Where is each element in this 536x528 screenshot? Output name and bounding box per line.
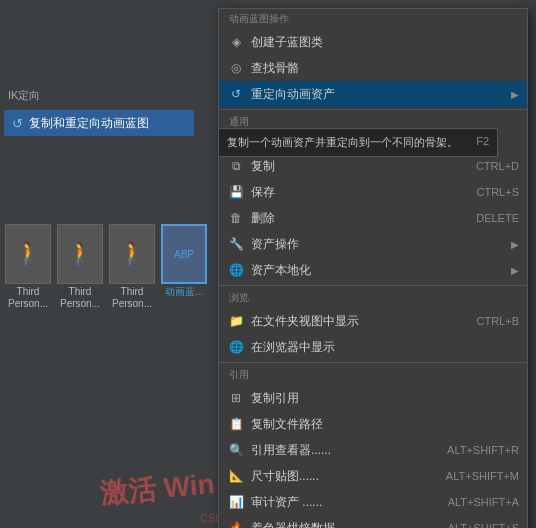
- menu-item-save[interactable]: 💾 保存 CTRL+S: [219, 179, 527, 205]
- figure-icon-1: 🚶: [15, 241, 42, 267]
- tooltip-box: 复制一个动画资产并重定向到一个不同的骨架。 F2: [218, 128, 498, 157]
- menu-item-size-map[interactable]: 📐 尺寸贴图...... ALT+SHIFT+M: [219, 463, 527, 489]
- thumb-item-3[interactable]: 🚶 ThirdPerson...: [108, 224, 156, 310]
- ref-viewer-icon: 🔍: [227, 441, 245, 459]
- asset-actions-icon: 🔧: [227, 235, 245, 253]
- separator-2: [219, 285, 527, 286]
- thumb-box-1[interactable]: 🚶: [5, 224, 51, 284]
- asset-localization-label: 资产本地化: [251, 262, 507, 279]
- show-in-folder-icon: 📁: [227, 312, 245, 330]
- bake-shader-icon: 🔥: [227, 519, 245, 528]
- size-map-label: 尺寸贴图......: [251, 468, 438, 485]
- retarget-arrow-icon: ▶: [511, 89, 519, 100]
- retarget-anim-asset-icon: ↺: [227, 85, 245, 103]
- menu-item-audit-asset[interactable]: 📊 审计资产 ...... ALT+SHIFT+A: [219, 489, 527, 515]
- menu-item-find-skeleton[interactable]: ◎ 查找骨骼: [219, 55, 527, 81]
- menu-item-show-in-folder[interactable]: 📁 在文件夹视图中显示 CTRL+B: [219, 308, 527, 334]
- copy-ref-icon: ⊞: [227, 389, 245, 407]
- audit-asset-icon: 📊: [227, 493, 245, 511]
- retarget-anim-asset-label: 重定向动画资产: [251, 86, 507, 103]
- menu-item-asset-localization[interactable]: 🌐 资产本地化 ▶: [219, 257, 527, 283]
- separator-3: [219, 362, 527, 363]
- figure-icon-2: 🚶: [67, 241, 94, 267]
- find-skeleton-label: 查找骨骼: [251, 60, 519, 77]
- blue-bar: ↺ 复制和重定向动画蓝图: [4, 110, 194, 136]
- thumb-item-1[interactable]: 🚶 ThirdPerson...: [4, 224, 52, 310]
- show-in-folder-label: 在文件夹视图中显示: [251, 313, 469, 330]
- menu-item-copy-ref[interactable]: ⊞ 复制引用: [219, 385, 527, 411]
- section4-header: 引用: [219, 365, 527, 385]
- bake-shader-label: 着色器烘焙数据...: [251, 520, 440, 529]
- thumb-box-2[interactable]: 🚶: [57, 224, 103, 284]
- size-map-icon: 📐: [227, 467, 245, 485]
- show-in-folder-shortcut: CTRL+B: [477, 315, 520, 327]
- menu-item-bake-shader[interactable]: 🔥 着色器烘焙数据... ALT+SHIFT+S: [219, 515, 527, 528]
- show-in-browser-label: 在浏览器中显示: [251, 339, 519, 356]
- size-map-shortcut: ALT+SHIFT+M: [446, 470, 519, 482]
- menu-item-create-sub-blueprint[interactable]: ◈ 创建子蓝图类: [219, 29, 527, 55]
- menu-item-delete[interactable]: 🗑 删除 DELETE: [219, 205, 527, 231]
- section3-header: 浏览: [219, 288, 527, 308]
- create-sub-blueprint-icon: ◈: [227, 33, 245, 51]
- tooltip-text: 复制一个动画资产并重定向到一个不同的骨架。: [227, 136, 458, 148]
- section1-header: 动画蓝图操作: [219, 9, 527, 29]
- separator-1: [219, 109, 527, 110]
- ref-viewer-shortcut: ALT+SHIFT+R: [447, 444, 519, 456]
- asset-localization-icon: 🌐: [227, 261, 245, 279]
- ik-label: IK定向: [8, 88, 40, 103]
- thumb-label-1: ThirdPerson...: [4, 286, 52, 310]
- menu-item-ref-viewer[interactable]: 🔍 引用查看器...... ALT+SHIFT+R: [219, 437, 527, 463]
- delete-icon: 🗑: [227, 209, 245, 227]
- thumb-label-3: ThirdPerson...: [108, 286, 156, 310]
- copy-icon: ⧉: [227, 157, 245, 175]
- save-label: 保存: [251, 184, 469, 201]
- audit-asset-label: 审计资产 ......: [251, 494, 440, 511]
- asset-localization-arrow-icon: ▶: [511, 265, 519, 276]
- retarget-icon: ↺: [12, 116, 23, 131]
- thumb-item-2[interactable]: 🚶 ThirdPerson...: [56, 224, 104, 310]
- copy-ref-label: 复制引用: [251, 390, 519, 407]
- delete-label: 删除: [251, 210, 468, 227]
- show-in-browser-icon: 🌐: [227, 338, 245, 356]
- figure-icon-3: 🚶: [119, 241, 146, 267]
- thumb-label-4: 动画蓝...: [160, 286, 208, 298]
- blue-bar-label: 复制和重定向动画蓝图: [29, 115, 149, 132]
- copy-file-path-label: 复制文件路径: [251, 416, 519, 433]
- copy-shortcut: CTRL+D: [476, 160, 519, 172]
- anim-icon: ABP: [174, 249, 194, 260]
- thumb-box-4[interactable]: ABP: [161, 224, 207, 284]
- copy-file-path-icon: 📋: [227, 415, 245, 433]
- context-menu: 动画蓝图操作 ◈ 创建子蓝图类 ◎ 查找骨骼 ↺ 重定向动画资产 ▶ 通用 仿制…: [218, 8, 528, 528]
- menu-item-copy-file-path[interactable]: 📋 复制文件路径: [219, 411, 527, 437]
- audit-asset-shortcut: ALT+SHIFT+A: [448, 496, 519, 508]
- thumb-box-3[interactable]: 🚶: [109, 224, 155, 284]
- menu-item-show-in-browser[interactable]: 🌐 在浏览器中显示: [219, 334, 527, 360]
- asset-actions-label: 资产操作: [251, 236, 507, 253]
- copy-label: 复制: [251, 158, 468, 175]
- save-shortcut: CTRL+S: [477, 186, 520, 198]
- thumb-item-4[interactable]: ABP 动画蓝...: [160, 224, 208, 298]
- menu-item-retarget-anim-asset[interactable]: ↺ 重定向动画资产 ▶: [219, 81, 527, 107]
- create-sub-blueprint-label: 创建子蓝图类: [251, 34, 519, 51]
- tooltip-shortcut: F2: [476, 135, 489, 147]
- thumbnail-strip: 🚶 ThirdPerson... 🚶 ThirdPerson... 🚶 Thir…: [0, 220, 220, 320]
- delete-shortcut: DELETE: [476, 212, 519, 224]
- menu-item-asset-actions[interactable]: 🔧 资产操作 ▶: [219, 231, 527, 257]
- ref-viewer-label: 引用查看器......: [251, 442, 439, 459]
- save-icon: 💾: [227, 183, 245, 201]
- asset-actions-arrow-icon: ▶: [511, 239, 519, 250]
- bake-shader-shortcut: ALT+SHIFT+S: [448, 522, 519, 528]
- thumb-label-2: ThirdPerson...: [56, 286, 104, 310]
- find-skeleton-icon: ◎: [227, 59, 245, 77]
